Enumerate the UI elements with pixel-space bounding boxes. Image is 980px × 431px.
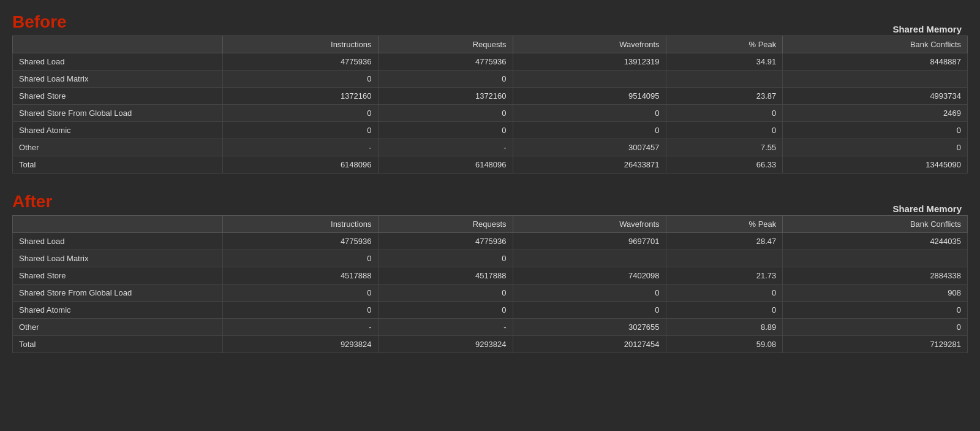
row-cell: -	[378, 319, 513, 336]
table-row: Shared Load Matrix00	[13, 71, 968, 88]
row-cell: 0	[513, 284, 666, 302]
after-col-bank-conflicts: Bank Conflicts	[783, 216, 968, 233]
row-cell	[666, 71, 783, 88]
row-cell: 6148096	[222, 156, 378, 174]
row-cell	[666, 250, 783, 267]
row-cell: 7129281	[783, 336, 968, 353]
row-cell: 0	[666, 284, 783, 302]
table-row: Other--30276558.890	[13, 319, 968, 336]
row-cell: 9293824	[222, 336, 378, 353]
row-cell: 2469	[783, 105, 968, 122]
row-label: Shared Load	[13, 53, 223, 71]
row-label: Shared Atomic	[13, 122, 223, 139]
row-cell: 0	[783, 302, 968, 319]
row-cell: 0	[222, 105, 378, 122]
row-cell: 4517888	[222, 267, 378, 284]
row-cell: 4775936	[378, 53, 513, 71]
before-col-requests: Requests	[378, 36, 513, 53]
row-cell: 0	[222, 71, 378, 88]
row-cell: 0	[222, 122, 378, 139]
row-cell: 0	[222, 302, 378, 319]
row-cell: 20127454	[513, 336, 666, 353]
before-shared-memory-label: Shared Memory	[892, 24, 968, 34]
row-cell: 4775936	[222, 53, 378, 71]
before-table-body: Shared Load477593647759361391231934.9184…	[13, 53, 968, 174]
row-cell	[513, 250, 666, 267]
row-cell: 4244035	[783, 233, 968, 250]
after-title: After	[12, 192, 52, 212]
row-cell: 4993734	[783, 88, 968, 105]
after-col-label	[13, 216, 223, 233]
row-cell: -	[222, 319, 378, 336]
after-header: After Shared Memory	[12, 192, 968, 214]
row-cell: 0	[378, 71, 513, 88]
row-cell: 7.55	[666, 139, 783, 156]
row-cell: 9514095	[513, 88, 666, 105]
row-cell: 0	[783, 139, 968, 156]
row-label: Shared Load	[13, 233, 223, 250]
row-cell: 0	[783, 122, 968, 139]
after-table-body: Shared Load47759364775936969770128.47424…	[13, 233, 968, 353]
row-cell: 3007457	[513, 139, 666, 156]
after-section: After Shared Memory Instructions Request…	[12, 192, 968, 353]
before-section: Before Shared Memory Instructions Reques…	[12, 12, 968, 174]
row-cell	[783, 250, 968, 267]
table-row: Shared Store From Global Load0000908	[13, 284, 968, 302]
table-row: Shared Load Matrix00	[13, 250, 968, 267]
after-header-row: Instructions Requests Wavefronts % Peak …	[13, 216, 968, 233]
table-row: Total929382492938242012745459.087129281	[13, 336, 968, 353]
before-col-peak: % Peak	[666, 36, 783, 53]
row-cell: 908	[783, 284, 968, 302]
table-row: Other--30074577.550	[13, 139, 968, 156]
row-label: Shared Store	[13, 267, 223, 284]
after-table-header: Instructions Requests Wavefronts % Peak …	[13, 216, 968, 233]
row-cell: 0	[378, 105, 513, 122]
row-cell: 28.47	[666, 233, 783, 250]
row-cell: 34.91	[666, 53, 783, 71]
row-cell: 4775936	[378, 233, 513, 250]
table-row: Shared Atomic00000	[13, 122, 968, 139]
after-col-peak: % Peak	[666, 216, 783, 233]
row-cell: 7402098	[513, 267, 666, 284]
row-cell: 0	[513, 105, 666, 122]
row-cell: 13912319	[513, 53, 666, 71]
row-label: Shared Store From Global Load	[13, 105, 223, 122]
row-cell: -	[222, 139, 378, 156]
row-label: Other	[13, 319, 223, 336]
row-label: Other	[13, 139, 223, 156]
row-cell: 66.33	[666, 156, 783, 174]
table-row: Shared Store45178884517888740209821.7328…	[13, 267, 968, 284]
row-cell: 8.89	[666, 319, 783, 336]
table-row: Shared Store13721601372160951409523.8749…	[13, 88, 968, 105]
table-row: Total614809661480962643387166.3313445090	[13, 156, 968, 174]
row-label: Total	[13, 336, 223, 353]
before-col-wavefronts: Wavefronts	[513, 36, 666, 53]
row-cell: 0	[378, 284, 513, 302]
row-cell: 4517888	[378, 267, 513, 284]
before-table: Instructions Requests Wavefronts % Peak …	[12, 36, 968, 174]
row-cell: 0	[513, 122, 666, 139]
row-cell: 26433871	[513, 156, 666, 174]
row-cell: 0	[666, 302, 783, 319]
row-cell: 0	[222, 284, 378, 302]
before-header: Before Shared Memory	[12, 12, 968, 34]
after-col-wavefronts: Wavefronts	[513, 216, 666, 233]
row-label: Shared Atomic	[13, 302, 223, 319]
table-row: Shared Load477593647759361391231934.9184…	[13, 53, 968, 71]
row-cell: 0	[783, 319, 968, 336]
row-cell: 1372160	[222, 88, 378, 105]
table-row: Shared Atomic00000	[13, 302, 968, 319]
row-label: Shared Load Matrix	[13, 71, 223, 88]
after-col-requests: Requests	[378, 216, 513, 233]
row-cell: 0	[666, 105, 783, 122]
row-cell: 2884338	[783, 267, 968, 284]
after-col-instructions: Instructions	[222, 216, 378, 233]
table-row: Shared Store From Global Load00002469	[13, 105, 968, 122]
row-cell: 3027655	[513, 319, 666, 336]
row-cell: 8448887	[783, 53, 968, 71]
row-cell: 4775936	[222, 233, 378, 250]
before-table-header: Instructions Requests Wavefronts % Peak …	[13, 36, 968, 53]
row-label: Shared Store	[13, 88, 223, 105]
row-cell: 59.08	[666, 336, 783, 353]
row-cell: 0	[378, 302, 513, 319]
